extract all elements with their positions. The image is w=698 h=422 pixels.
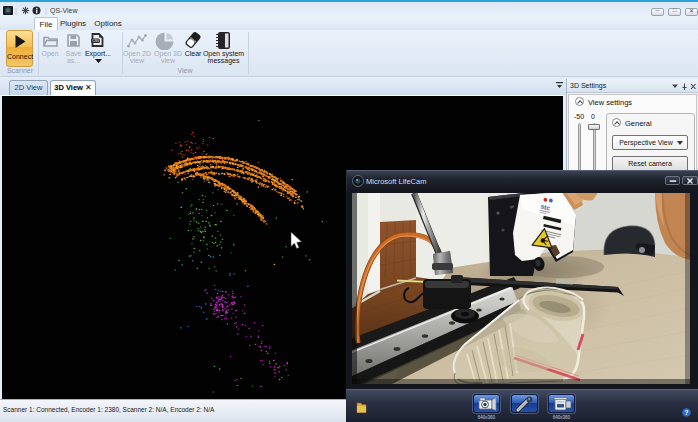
svg-text:CSV: CSV — [92, 39, 100, 43]
svg-text:?: ? — [685, 409, 689, 416]
